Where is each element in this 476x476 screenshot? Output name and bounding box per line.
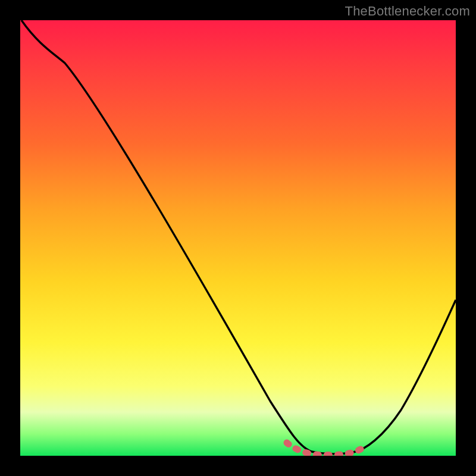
curve-path <box>21 20 456 454</box>
watermark-text: TheBottlenecker.com <box>345 4 470 19</box>
valley-marker <box>287 443 365 455</box>
chart-frame: TheBottlenecker.com <box>0 0 476 476</box>
bottleneck-curve <box>20 20 456 456</box>
plot-area <box>20 20 456 456</box>
